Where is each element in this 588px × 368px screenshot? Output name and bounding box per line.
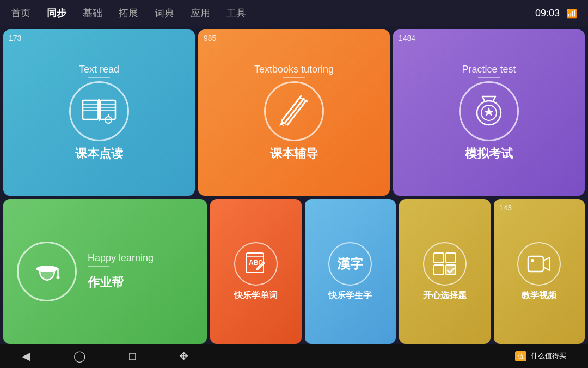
sys-nav: ◀ ◯ □ ✥	[22, 349, 188, 363]
main-content: 173 Text read	[0, 26, 588, 344]
recents-button[interactable]: □	[129, 350, 136, 363]
bottom-row: Happy learning 作业帮 ABC 快乐学单词	[3, 199, 585, 344]
practice-title-zh: 模拟考试	[465, 146, 513, 162]
top-row: 173 Text read	[3, 29, 585, 196]
video-title-zh: 教学视频	[522, 290, 556, 301]
svg-point-28	[56, 276, 59, 279]
hanzi-icon-circle: 漢字	[328, 242, 372, 286]
svg-marker-34	[256, 268, 258, 270]
sys-right-brand: 值 什么值得买	[515, 351, 566, 361]
video-camera-icon	[526, 251, 552, 277]
video-badge: 143	[499, 203, 512, 212]
text-read-title-en: Text read	[79, 64, 119, 78]
svg-rect-37	[434, 265, 444, 275]
system-bar: ◀ ◯ □ ✥ 值 什么值得买	[0, 344, 588, 368]
practice-title-en: Practice test	[462, 64, 516, 78]
nav-right: 09:03 📶	[535, 8, 577, 19]
homework-text-block: Happy learning 作业帮	[88, 252, 154, 291]
svg-rect-35	[434, 253, 444, 263]
choice-title-zh: 开心选择题	[423, 290, 467, 301]
nav-dict[interactable]: 词典	[155, 7, 174, 20]
svg-rect-39	[528, 256, 543, 272]
back-button[interactable]: ◀	[22, 349, 30, 363]
svg-rect-0	[83, 100, 98, 119]
graduation-cap-icon	[32, 257, 62, 287]
clock: 09:03	[535, 8, 560, 19]
card-textbooks[interactable]: 985 Textbooks tutoring 课本辅导	[198, 29, 390, 196]
screenshot-button[interactable]: ✥	[179, 349, 188, 363]
card-hanzi[interactable]: 漢字 快乐学生字	[305, 199, 396, 344]
text-read-icon-circle	[69, 81, 129, 141]
card-practice[interactable]: 1484 Practice test 模拟考试	[393, 29, 585, 196]
svg-marker-21	[484, 107, 494, 116]
choice-icon-circle	[423, 242, 467, 286]
card-homework[interactable]: Happy learning 作业帮	[3, 199, 207, 344]
brand-logo-badge: 值	[515, 351, 526, 361]
nav-apps[interactable]: 应用	[191, 7, 210, 20]
nav-home[interactable]: 首页	[11, 7, 30, 20]
book-icon	[80, 95, 118, 128]
svg-rect-36	[446, 253, 456, 263]
nav-expand[interactable]: 拓展	[119, 7, 138, 20]
card-choice[interactable]: 开心选择题	[399, 199, 490, 344]
textbooks-title-en: Textbooks tutoring	[254, 64, 334, 78]
video-icon-circle	[517, 242, 561, 286]
nav-tools[interactable]: 工具	[226, 7, 246, 20]
text-read-badge: 173	[9, 34, 21, 43]
words-icon-circle: ABC	[234, 242, 278, 286]
medal-icon	[470, 92, 508, 130]
abc-icon: ABC	[243, 251, 269, 277]
text-read-title-zh: 课本点读	[75, 146, 123, 162]
svg-line-13	[287, 100, 307, 125]
nav-bar: 首页 同步 基础 拓展 词典 应用 工具 09:03 📶	[0, 0, 588, 26]
nav-sync[interactable]: 同步	[47, 7, 66, 20]
nav-items: 首页 同步 基础 拓展 词典 应用 工具	[11, 7, 535, 20]
textbooks-title-zh: 课本辅导	[270, 146, 318, 162]
hanzi-char-icon: 漢字	[337, 255, 363, 273]
svg-line-14	[282, 96, 301, 120]
hanzi-title-zh: 快乐学生字	[328, 290, 372, 301]
svg-marker-40	[543, 257, 550, 270]
svg-line-23	[493, 96, 495, 102]
card-text-read[interactable]: 173 Text read	[3, 29, 195, 196]
svg-line-22	[482, 96, 485, 102]
wifi-icon: 📶	[566, 8, 577, 19]
practice-badge: 1484	[399, 34, 415, 43]
homework-title-zh: 作业帮	[88, 274, 154, 291]
homework-title-en: Happy learning	[88, 252, 154, 267]
card-words[interactable]: ABC 快乐学单词	[210, 199, 301, 344]
svg-text:ABC: ABC	[249, 259, 263, 267]
svg-line-12	[285, 99, 304, 123]
homework-icon-circle	[17, 242, 77, 301]
pencil-icon	[277, 93, 312, 129]
nav-basic[interactable]: 基础	[83, 7, 102, 20]
choice-grid-icon	[432, 251, 458, 277]
words-title-zh: 快乐学单词	[234, 290, 278, 301]
practice-icon-circle	[459, 81, 519, 141]
home-button[interactable]: ◯	[74, 349, 85, 363]
textbooks-badge: 985	[204, 34, 216, 43]
brand-name: 什么值得买	[531, 351, 566, 361]
card-video[interactable]: 143 教学视频	[494, 199, 585, 344]
textbooks-icon-circle	[264, 81, 324, 141]
svg-rect-41	[531, 259, 534, 262]
